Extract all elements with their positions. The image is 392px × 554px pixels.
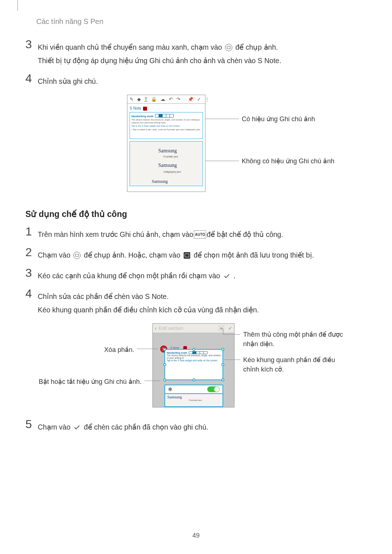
step-4a: 4 Chỉnh sửa ghi chú. xyxy=(25,74,367,88)
desc: Tap in the S Note widget and write on th… xyxy=(167,359,221,362)
resize-handle xyxy=(163,363,166,366)
step-4b: 4 Chỉnh sửa các phần để chèn vào S Note.… xyxy=(25,289,367,317)
mode-pills xyxy=(189,351,208,354)
fountain-label: Fountain pen xyxy=(189,399,220,401)
back-icon: ‹ xyxy=(155,325,156,331)
step-text: Chỉnh sửa ghi chú. xyxy=(38,74,98,88)
callout-add-section: Thêm thủ công một phần để được nhận diện… xyxy=(243,330,359,349)
step-number: 2 xyxy=(25,246,38,258)
resize-handle xyxy=(221,348,224,351)
callout-line xyxy=(205,161,239,161)
callout-no-effect: Không có hiệu ứng Ghi chú ảnh xyxy=(242,157,334,165)
text: để chụp ảnh. xyxy=(235,43,278,51)
text: Chạm vào xyxy=(38,423,72,431)
resize-handle xyxy=(221,363,224,366)
step-text: Khi viền quanh chủ thể chuyển sang màu x… xyxy=(38,40,281,67)
redo-icon: ↷ xyxy=(176,97,180,102)
text: . xyxy=(233,272,235,280)
desc: • Tap to select a pen style, such as Fou… xyxy=(131,128,201,131)
confirm-icon: ✓ xyxy=(228,326,232,331)
text: Kéo các cạnh của khung để chọn một phần … xyxy=(38,272,222,280)
sparkle-icon: ✻ xyxy=(168,386,172,392)
callout-has-effect: Có hiệu ứng Ghi chú ảnh xyxy=(242,115,315,123)
check-icon xyxy=(73,423,81,431)
more-icon: ⋮ xyxy=(205,97,209,102)
text: Khi viền quanh chủ thể chuyển sang màu x… xyxy=(38,43,224,51)
sample-text: Samsung xyxy=(167,395,182,399)
step-number: 3 xyxy=(25,38,38,50)
camera-icon xyxy=(73,251,81,259)
subheading-manual-mode: Sử dụng chế độ thủ công xyxy=(25,209,367,219)
title: Edit section xyxy=(159,325,183,331)
edit-section-screenshot: ‹ Edit section ⊕ ✓ ✕ S Note Handwriting … xyxy=(152,323,234,407)
pin-icon: 📌 xyxy=(188,97,193,102)
diamond-icon: ◆ xyxy=(137,97,141,102)
snote-screenshot: ✎ ◆ T 🔒 ☁ ↶ ↷ 📌 ✓ ⋮ S Note Handwriting m… xyxy=(127,95,205,192)
sample-text: Samsung xyxy=(152,179,168,184)
figure-edit-section: ‹ Edit section ⊕ ✓ ✕ S Note Handwriting … xyxy=(25,323,374,410)
text: để chèn các phần đã chọn vào ghi chú. xyxy=(84,423,208,431)
desc: Tap in the S Note widget and write on th… xyxy=(131,124,201,127)
figure-snote-effect: ✎ ◆ T 🔒 ☁ ↶ ↷ 📌 ✓ ⋮ S Note Handwriting m… xyxy=(127,95,367,196)
callout-delete: Xóa phần. xyxy=(80,345,134,354)
callout-line xyxy=(144,381,160,381)
callout-line xyxy=(223,334,240,335)
callout-resize: Kéo khung quanh phần để điều chỉnh kích … xyxy=(243,355,352,374)
effect-toggle-row: ✻ xyxy=(164,385,223,394)
snote-label: S Note xyxy=(127,104,205,111)
desc: The device detects the pressure, angle, … xyxy=(131,118,201,124)
cloud-icon: ☁ xyxy=(160,97,165,102)
step-text: Chạm vào để chèn các phần đã chọn vào gh… xyxy=(38,420,208,434)
lock-icon: 🔒 xyxy=(151,97,157,102)
step-text: Kéo các cạnh của khung để chọn một phần … xyxy=(38,268,236,283)
page-number: 49 xyxy=(0,532,392,539)
text: Chỉnh sửa các phần để chèn vào S Note. xyxy=(38,292,169,300)
step-text: Trên màn hình xem trước Ghi chú ảnh, chạ… xyxy=(38,227,283,241)
text: để bật chế độ thủ công. xyxy=(207,230,283,238)
text: Chạm vào xyxy=(38,251,72,259)
toggle-on-icon xyxy=(207,386,220,392)
pen-icon: ✎ xyxy=(130,97,134,102)
edit-topbar: ‹ Edit section ⊕ ✓ xyxy=(153,324,234,333)
resize-handle xyxy=(221,378,224,381)
mode-pills xyxy=(155,114,174,118)
selected-section: Handwriting mode The device detects the … xyxy=(164,349,223,380)
callout-toggle: Bật hoặc tắt hiệu ứng Ghi chú ảnh. xyxy=(29,377,142,386)
text: Thiết bị tự động áp dụng hiệu ứng Ghi ch… xyxy=(38,57,281,65)
step-number: 3 xyxy=(25,267,38,279)
handwriting-label: Handwriting mode xyxy=(131,115,154,118)
sample-strip: Samsung Fountain pen xyxy=(164,393,223,407)
callout-line xyxy=(223,328,223,334)
resize-handle xyxy=(163,378,166,381)
camera-icon xyxy=(225,44,233,52)
photo-note-effect-box: Handwriting mode The device detects the … xyxy=(130,112,203,139)
step-number: 5 xyxy=(25,418,38,430)
resize-handle xyxy=(192,378,195,381)
text: để chọn một ảnh đã lưu trong thiết bị. xyxy=(194,251,314,259)
check-icon xyxy=(223,272,231,280)
picture-icon xyxy=(183,251,191,259)
step-number: 4 xyxy=(25,73,38,84)
check-icon: ✓ xyxy=(197,97,201,102)
sample-text: Samsung xyxy=(158,163,177,168)
callout-line xyxy=(137,349,158,349)
snote-badge-icon xyxy=(143,107,147,111)
page-header: Các tính năng S Pen xyxy=(36,17,103,26)
no-effect-box: Samsung Fountain pen Samsung Calligraphy… xyxy=(130,141,203,186)
text: Kéo khung quanh phần để điều chỉnh kích … xyxy=(38,306,259,314)
sample-text: Samsung xyxy=(158,148,177,154)
handwriting-label: Handwriting mode xyxy=(167,352,187,354)
step-number: 1 xyxy=(25,226,38,237)
step-3a: 3 Khi viền quanh chủ thể chuyển sang màu… xyxy=(25,40,367,67)
step-2b: 2 Chạm vào để chụp ảnh. Hoặc, chạm vào đ… xyxy=(25,248,367,262)
calligraphy-label: Calligraphy pen xyxy=(163,171,181,173)
text: để chụp ảnh. Hoặc, chạm vào xyxy=(84,251,182,259)
text-icon: T xyxy=(144,97,147,102)
fountain-label: Fountain pen xyxy=(163,155,178,158)
step-text: Chạm vào để chụp ảnh. Hoặc, chạm vào để … xyxy=(38,248,314,262)
step-number: 4 xyxy=(25,288,38,299)
desc: The device detects the pressure, angle, … xyxy=(167,354,221,359)
toolbar: ✎ ◆ T 🔒 ☁ ↶ ↷ 📌 ✓ ⋮ xyxy=(127,95,205,104)
step-5b: 5 Chạm vào để chèn các phần đã chọn vào … xyxy=(25,420,367,434)
step-3b: 3 Kéo các cạnh của khung để chọn một phầ… xyxy=(25,268,367,283)
